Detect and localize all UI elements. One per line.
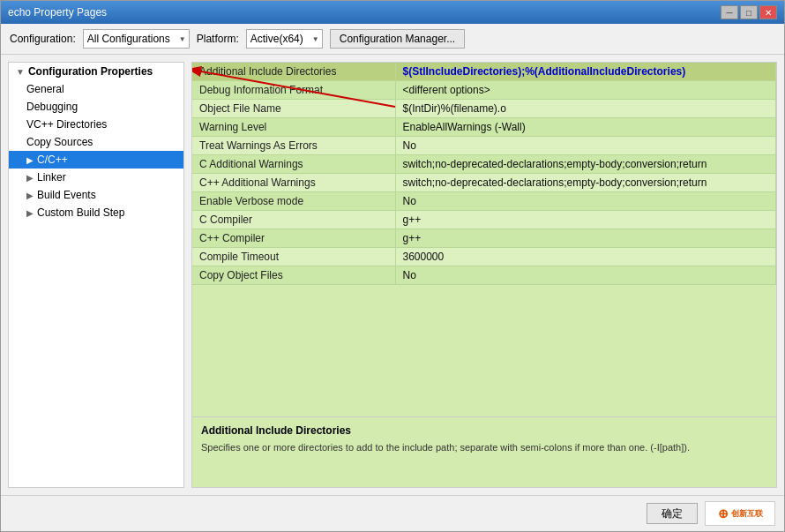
sidebar-item-config-props[interactable]: ▼ Configuration Properties	[9, 63, 183, 80]
prop-value: No	[395, 192, 776, 211]
sidebar-item-label: Custom Build Step	[37, 206, 124, 219]
props-table-container: Additional Include Directories$(StlInclu…	[191, 62, 777, 417]
table-row[interactable]: Compile Timeout3600000	[192, 248, 776, 266]
table-row[interactable]: Debug Information Format<different optio…	[192, 81, 776, 100]
sidebar-item-cpp[interactable]: ▶ C/C++	[9, 151, 183, 169]
ok-button[interactable]: 确定	[647, 503, 698, 524]
table-row[interactable]: Additional Include Directories$(StlInclu…	[192, 63, 776, 81]
prop-name: Debug Information Format	[192, 81, 395, 100]
logo-icon: ⊕	[718, 506, 729, 521]
title-bar: echo Property Pages ─ □ ✕	[1, 1, 784, 24]
sidebar-item-label: C/C++	[37, 154, 68, 166]
sidebar-item-debugging[interactable]: Debugging	[9, 98, 183, 116]
sidebar-item-label: Copy Sources	[26, 136, 93, 148]
platform-select[interactable]: Active(x64) x86 x64	[246, 29, 323, 49]
table-row[interactable]: Treat Warnings As ErrorsNo	[192, 137, 776, 155]
platform-label: Platform:	[197, 33, 239, 45]
prop-name: C++ Compiler	[192, 229, 395, 248]
table-row[interactable]: Object File Name$(IntDir)%(filename).o	[192, 100, 776, 118]
properties-table: Additional Include Directories$(StlInclu…	[192, 63, 776, 285]
prop-value: switch;no-deprecated-declarations;empty-…	[395, 174, 776, 192]
main-window: echo Property Pages ─ □ ✕ Configuration:…	[0, 0, 785, 532]
prop-value: switch;no-deprecated-declarations;empty-…	[395, 155, 776, 174]
sidebar-item-build-events[interactable]: ▶ Build Events	[9, 186, 183, 204]
minimize-button[interactable]: ─	[721, 5, 738, 19]
close-button[interactable]: ✕	[759, 5, 777, 19]
table-row[interactable]: Copy Object FilesNo	[192, 266, 776, 285]
window-title: echo Property Pages	[8, 6, 107, 19]
table-row[interactable]: Enable Verbose modeNo	[192, 192, 776, 211]
prop-value: EnableAllWarnings (-Wall)	[395, 118, 776, 137]
expand-icon: ▶	[26, 155, 34, 165]
table-row[interactable]: C++ Additional Warningsswitch;no-depreca…	[192, 174, 776, 192]
logo-text: 创新互联	[731, 508, 763, 520]
info-panel-text: Specifies one or more directories to add…	[201, 440, 767, 455]
maximize-button[interactable]: □	[740, 5, 758, 19]
sidebar-item-label: Linker	[37, 171, 66, 184]
sidebar-item-custom-build[interactable]: ▶ Custom Build Step	[9, 204, 183, 221]
prop-name: Additional Include Directories	[192, 63, 395, 81]
expand-icon: ▼	[16, 67, 25, 77]
config-label: Configuration:	[10, 33, 76, 45]
sidebar: ▼ Configuration Properties General Debug…	[8, 62, 184, 488]
prop-value: $(IntDir)%(filename).o	[395, 100, 776, 118]
prop-name: Compile Timeout	[192, 248, 395, 266]
sidebar-item-label: Configuration Properties	[28, 65, 153, 78]
prop-value: No	[395, 137, 776, 155]
prop-name: Object File Name	[192, 100, 395, 118]
sidebar-item-linker[interactable]: ▶ Linker	[9, 169, 183, 186]
sidebar-item-label: VC++ Directories	[26, 118, 107, 131]
prop-name: Copy Object Files	[192, 266, 395, 285]
config-manager-button[interactable]: Configuration Manager...	[330, 29, 465, 49]
info-panel-title: Additional Include Directories	[201, 424, 767, 437]
title-bar-buttons: ─ □ ✕	[721, 5, 777, 19]
prop-value: <different options>	[395, 81, 776, 100]
prop-name: C Additional Warnings	[192, 155, 395, 174]
prop-value: 3600000	[395, 248, 776, 266]
footer: 确定 ⊕ 创新互联	[1, 495, 784, 531]
prop-name: Enable Verbose mode	[192, 192, 395, 211]
prop-value: g++	[395, 229, 776, 248]
prop-name: C Compiler	[192, 211, 395, 229]
prop-value: g++	[395, 211, 776, 229]
table-row[interactable]: C Compilerg++	[192, 211, 776, 229]
sidebar-item-general[interactable]: General	[9, 80, 183, 98]
sidebar-item-vc-dirs[interactable]: VC++ Directories	[9, 116, 183, 133]
info-panel: Additional Include Directories Specifies…	[191, 417, 777, 488]
right-panel: Additional Include Directories$(StlInclu…	[191, 62, 777, 488]
expand-icon: ▶	[26, 191, 34, 200]
configuration-select[interactable]: All Configurations Debug Release	[83, 29, 190, 49]
sidebar-item-copy-sources[interactable]: Copy Sources	[9, 133, 183, 151]
table-row[interactable]: Warning LevelEnableAllWarnings (-Wall)	[192, 118, 776, 137]
prop-name: C++ Additional Warnings	[192, 174, 395, 192]
sidebar-item-label: Debugging	[26, 101, 78, 113]
prop-name: Warning Level	[192, 118, 395, 137]
prop-value: No	[395, 266, 776, 285]
prop-value: $(StlIncludeDirectories);%(AdditionalInc…	[395, 63, 776, 81]
sidebar-item-label: General	[26, 83, 64, 95]
config-bar: Configuration: All Configurations Debug …	[1, 24, 784, 55]
table-row[interactable]: C++ Compilerg++	[192, 229, 776, 248]
table-row[interactable]: C Additional Warningsswitch;no-deprecate…	[192, 155, 776, 174]
sidebar-item-label: Build Events	[37, 189, 96, 201]
configuration-select-wrap: All Configurations Debug Release	[83, 29, 190, 49]
logo: ⊕ 创新互联	[705, 501, 775, 526]
expand-icon: ▶	[26, 208, 34, 218]
prop-name: Treat Warnings As Errors	[192, 137, 395, 155]
expand-icon: ▶	[26, 173, 34, 183]
platform-select-wrap: Active(x64) x86 x64	[246, 29, 323, 49]
main-content: ▼ Configuration Properties General Debug…	[1, 55, 784, 495]
